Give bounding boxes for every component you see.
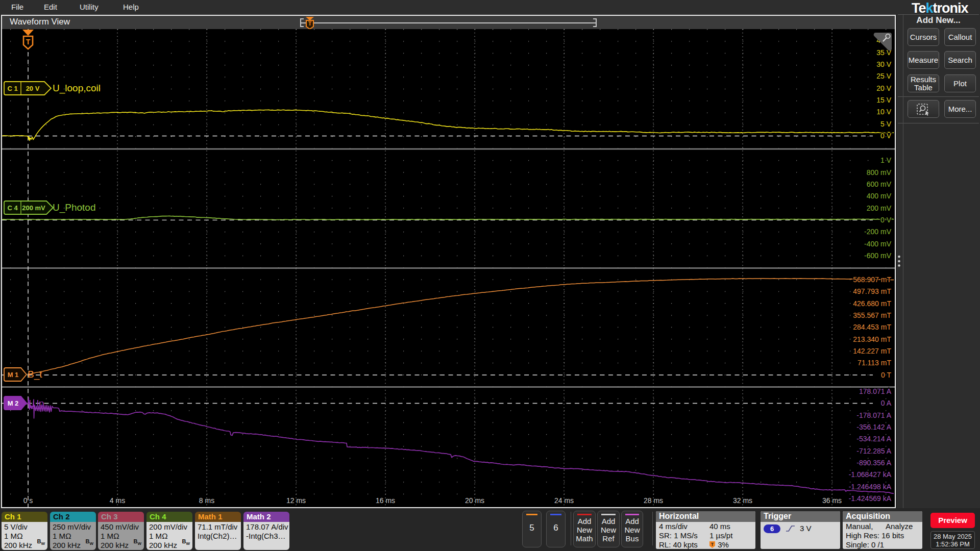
svg-text:-178.071 A: -178.071 A xyxy=(856,411,891,419)
svg-text:15 V: 15 V xyxy=(876,96,891,104)
svg-text:20 V: 20 V xyxy=(876,84,891,92)
svg-text:20 ms: 20 ms xyxy=(465,496,484,505)
svg-text:426.680 mT: 426.680 mT xyxy=(853,299,891,308)
svg-text:-400 mV: -400 mV xyxy=(864,240,892,248)
svg-text:8 ms: 8 ms xyxy=(199,496,214,505)
svg-text:U_Photod: U_Photod xyxy=(53,202,96,213)
svg-text:0 s: 0 s xyxy=(23,496,33,505)
svg-text:U_loop,coil: U_loop,coil xyxy=(53,83,101,94)
svg-text:568.907 mT: 568.907 mT xyxy=(853,276,891,284)
svg-text:200 mV: 200 mV xyxy=(867,204,892,212)
svg-text:36 ms: 36 ms xyxy=(822,496,842,505)
svg-text:497.793 mT: 497.793 mT xyxy=(853,287,891,295)
svg-text:0 V: 0 V xyxy=(880,132,892,140)
svg-text:-712.285 A: -712.285 A xyxy=(856,447,891,455)
svg-text:213.340 mT: 213.340 mT xyxy=(853,335,891,343)
svg-text:0 V: 0 V xyxy=(880,216,892,224)
svg-text:T: T xyxy=(711,542,714,547)
svg-text:C 1: C 1 xyxy=(7,85,17,92)
svg-text:-356.142 A: -356.142 A xyxy=(856,423,891,431)
svg-text:-534.214 A: -534.214 A xyxy=(856,435,891,443)
svg-text:C 4: C 4 xyxy=(7,204,18,212)
svg-text:355.567 mT: 355.567 mT xyxy=(853,311,891,319)
svg-text:32 ms: 32 ms xyxy=(733,496,752,505)
svg-text:800 mV: 800 mV xyxy=(867,168,892,177)
svg-text:284.453 mT: 284.453 mT xyxy=(853,323,891,331)
svg-text:T: T xyxy=(308,20,312,27)
svg-text:-1.246498 kA: -1.246498 kA xyxy=(849,483,892,491)
svg-text:24 ms: 24 ms xyxy=(554,496,574,505)
svg-text:M 2: M 2 xyxy=(8,399,19,407)
svg-text:T: T xyxy=(26,38,31,46)
svg-text:28 ms: 28 ms xyxy=(644,496,663,505)
svg-text:0 T: 0 T xyxy=(881,371,891,379)
svg-text:600 mV: 600 mV xyxy=(867,180,892,188)
svg-text:200 mV: 200 mV xyxy=(22,204,45,212)
svg-text:-1.068427 kA: -1.068427 kA xyxy=(849,470,892,479)
svg-text:10 V: 10 V xyxy=(876,108,891,116)
svg-text:M 1: M 1 xyxy=(8,371,19,379)
svg-text:-600 mV: -600 mV xyxy=(864,252,892,260)
svg-text:0 A: 0 A xyxy=(881,399,892,407)
svg-text:I_lp: I_lp xyxy=(29,398,44,409)
svg-text:1 V: 1 V xyxy=(880,156,892,164)
svg-text:-1.424569 kA: -1.424569 kA xyxy=(849,494,892,503)
svg-text:30 V: 30 V xyxy=(876,60,891,68)
svg-text:12 ms: 12 ms xyxy=(286,496,306,505)
svg-text:400 mV: 400 mV xyxy=(867,192,892,200)
svg-text:71.113 mT: 71.113 mT xyxy=(857,359,891,367)
svg-text:5 V: 5 V xyxy=(880,120,892,128)
svg-text:20 V: 20 V xyxy=(26,85,40,92)
svg-text:-200 mV: -200 mV xyxy=(864,228,892,236)
svg-text:B_t: B_t xyxy=(28,369,42,380)
svg-text:16 ms: 16 ms xyxy=(376,496,395,505)
svg-text:178.071 A: 178.071 A xyxy=(859,387,892,395)
svg-text:-890.356 A: -890.356 A xyxy=(856,459,891,467)
svg-text:142.227 mT: 142.227 mT xyxy=(853,347,891,355)
svg-text:4 ms: 4 ms xyxy=(110,496,125,505)
svg-text:25 V: 25 V xyxy=(876,72,891,80)
